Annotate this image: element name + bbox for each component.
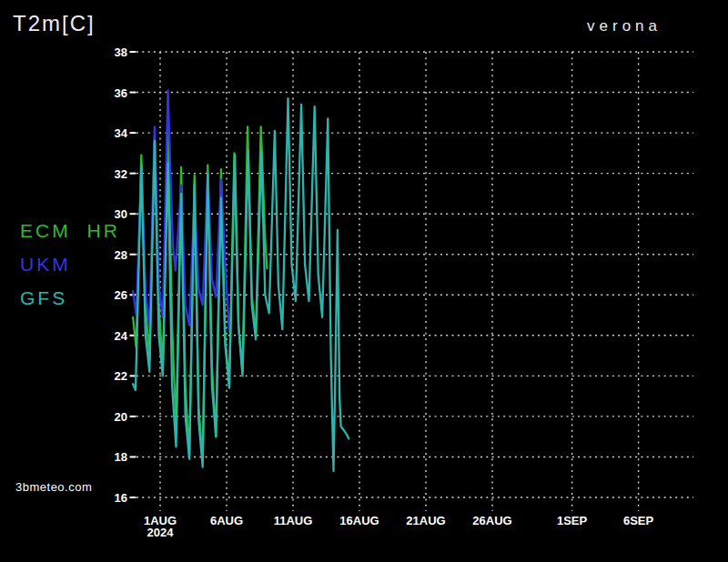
x-tick-label-21AUG: 21AUG: [406, 514, 445, 527]
x-tick-label-26AUG: 26AUG: [472, 514, 511, 527]
x-tick-sublabel-2024: 2024: [147, 526, 175, 539]
y-tick-label-34: 34: [115, 126, 128, 140]
y-tick-label-22: 22: [115, 369, 127, 383]
x-tick-label-6AUG: 6AUG: [210, 514, 243, 527]
model-legend: ECM HR UKM GFS: [20, 221, 120, 322]
y-tick-label-32: 32: [115, 167, 127, 181]
y-tick-label-18: 18: [115, 450, 127, 464]
y-tick-label-24: 24: [115, 329, 128, 343]
legend-item-ecm: ECM HR: [20, 221, 120, 240]
y-tick-label-16: 16: [115, 491, 127, 505]
legend-item-ukm: UKM: [20, 255, 120, 274]
location-label: verona: [587, 17, 662, 35]
y-tick-label-20: 20: [115, 410, 127, 424]
y-tick-label-36: 36: [115, 86, 127, 100]
x-tick-label-16AUG: 16AUG: [339, 514, 379, 527]
y-tick-label-38: 38: [115, 45, 127, 59]
y-tick-label-30: 30: [115, 207, 127, 221]
x-tick-label-1SEP: 1SEP: [557, 514, 588, 527]
x-tick-label-6SEP: 6SEP: [623, 514, 654, 527]
x-tick-label-11AUG: 11AUG: [274, 514, 313, 527]
brand-watermark: 3bmeteo.com: [15, 480, 92, 494]
legend-item-gfs: GFS: [20, 288, 120, 307]
chart-title: T2m[C]: [13, 11, 96, 36]
series-line-gfs: [133, 98, 349, 471]
